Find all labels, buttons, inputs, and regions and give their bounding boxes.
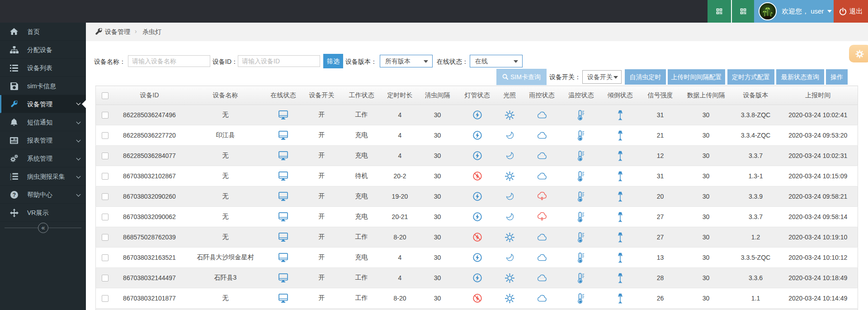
- svg-text:3: 3: [10, 178, 11, 180]
- svg-text:?: ?: [12, 192, 15, 198]
